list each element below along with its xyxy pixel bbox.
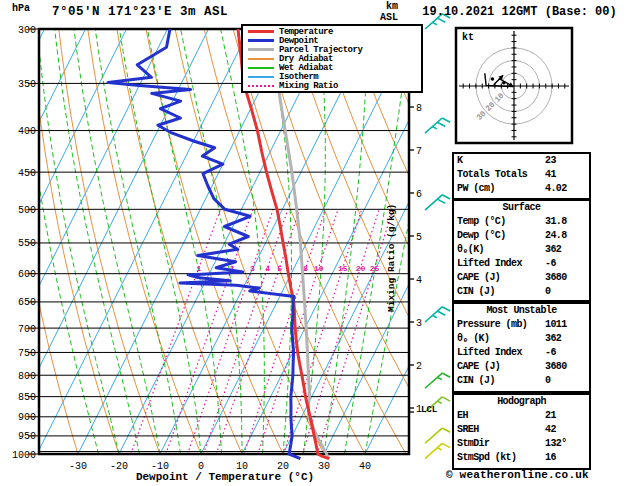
legend-label: Mixing Ratio <box>279 81 338 91</box>
svg-text:4: 4 <box>265 264 270 273</box>
svg-text:400: 400 <box>18 126 36 137</box>
stat-label: K <box>457 154 545 168</box>
svg-text:5: 5 <box>277 264 282 273</box>
stat-label: CAPE (J) <box>457 360 545 374</box>
stat-label: θₑ (K) <box>457 332 545 346</box>
stat-label: StmDir <box>457 437 545 451</box>
stat-row-k: K 23 <box>454 154 589 168</box>
copyright-footer: © weatheronline.co.uk <box>446 469 589 481</box>
stat-label: Temp (°C) <box>457 215 545 229</box>
wind-barb <box>425 118 450 133</box>
svg-text:1000: 1000 <box>12 450 36 461</box>
temp-axis-title: Dewpoint / Temperature (°C) <box>40 471 410 483</box>
station-title: 7°05'N 171°23'E 3m ASL <box>52 5 228 19</box>
pressure-unit-label: hPa <box>12 3 30 14</box>
isotherm-line-swatch <box>248 76 274 78</box>
legend-item-parcel: Parcel Trajectory <box>245 45 421 54</box>
stat-label: Dewp (°C) <box>457 229 545 243</box>
parcel-line-swatch <box>248 48 274 51</box>
svg-text:950: 950 <box>18 431 36 442</box>
svg-text:8: 8 <box>303 264 308 273</box>
sounding-traces <box>108 29 329 459</box>
svg-text:2: 2 <box>416 361 422 372</box>
svg-text:10: 10 <box>314 264 324 273</box>
dry-adiabat-line-swatch <box>248 58 274 60</box>
surface-panel-title: Surface <box>454 201 589 215</box>
stat-value: 0 <box>545 374 586 388</box>
hodograph-stats-panel: Hodograph EH21 SREH42 StmDir132° StmSpd … <box>452 393 591 470</box>
svg-text:500: 500 <box>18 205 36 216</box>
stat-value: 0 <box>545 285 586 299</box>
stat-value: 362 <box>545 332 586 346</box>
svg-text:700: 700 <box>18 324 36 335</box>
wind-barb <box>425 443 450 458</box>
hodograph: 102030kt <box>456 28 572 143</box>
svg-text:750: 750 <box>18 348 36 359</box>
legend-item-temperature: Temperature <box>245 27 421 36</box>
stat-value: -6 <box>545 257 586 271</box>
dewpoint-line-swatch <box>248 39 274 42</box>
stat-label: Totals Totals <box>457 168 545 182</box>
svg-text:25: 25 <box>370 264 380 273</box>
svg-text:20: 20 <box>356 264 366 273</box>
svg-text:450: 450 <box>18 168 36 179</box>
stat-value: 16 <box>545 451 586 465</box>
altitude-unit-km: km <box>366 1 398 12</box>
svg-text:6: 6 <box>416 189 422 200</box>
svg-text:1: 1 <box>196 264 201 273</box>
stat-value: 132° <box>545 437 586 451</box>
wind-barb <box>425 195 450 210</box>
most-unstable-panel-title: Most Unstable <box>454 304 589 318</box>
stat-value: 21 <box>545 409 586 423</box>
svg-text:3: 3 <box>416 318 422 329</box>
stat-row-pw: PW (cm) 4.02 <box>454 182 589 196</box>
legend-item-dry-adiabat: Dry Adiabat <box>245 54 421 63</box>
datetime-title: 19.10.2021 12GMT (Base: 00) <box>410 5 629 19</box>
stat-label: Lifted Index <box>457 346 545 360</box>
surface-panel: Surface Temp (°C)31.8 Dewp (°C)24.8 θₑ(K… <box>452 199 591 302</box>
svg-text:600: 600 <box>18 269 36 280</box>
wind-barb-column <box>425 14 450 459</box>
stat-value: 23 <box>545 154 586 168</box>
stat-value: 4.02 <box>545 182 586 196</box>
stat-value: 3680 <box>545 360 586 374</box>
svg-text:4: 4 <box>416 275 422 286</box>
stat-value: 24.8 <box>545 229 586 243</box>
svg-text:300: 300 <box>18 25 36 36</box>
stat-value: 1011 <box>545 318 586 332</box>
svg-text:900: 900 <box>18 412 36 423</box>
legend-box: Temperature Dewpoint Parcel Trajectory D… <box>241 24 423 93</box>
stat-label: Pressure (mb) <box>457 318 545 332</box>
stat-label: CIN (J) <box>457 285 545 299</box>
svg-text:550: 550 <box>18 238 36 249</box>
altitude-unit-label: km ASL <box>366 1 398 23</box>
stat-label: EH <box>457 409 545 423</box>
svg-text:15: 15 <box>338 264 348 273</box>
stat-label: SREH <box>457 423 545 437</box>
svg-text:5: 5 <box>416 232 422 243</box>
stat-value: 41 <box>545 168 586 182</box>
indices-panel: K 23 Totals Totals 41 PW (cm) 4.02 <box>452 152 591 200</box>
stat-value: 3680 <box>545 271 586 285</box>
stat-label: θₑ(K) <box>457 243 545 257</box>
svg-text:800: 800 <box>18 371 36 382</box>
stat-label: CIN (J) <box>457 374 545 388</box>
wind-barb <box>425 307 450 322</box>
svg-text:850: 850 <box>18 392 36 403</box>
stat-label: CAPE (J) <box>457 271 545 285</box>
stat-value: 42 <box>545 423 586 437</box>
stat-value: 31.8 <box>545 215 586 229</box>
hodograph-panel-title: Hodograph <box>454 395 589 409</box>
hodograph-unit-label: kt <box>462 32 474 43</box>
svg-text:650: 650 <box>18 297 36 308</box>
sounding-page: 3003504004505005506006507007508008509009… <box>0 0 629 486</box>
stat-label: Lifted Index <box>457 257 545 271</box>
parcel-trajectory-line <box>278 29 330 459</box>
stat-value: 362 <box>545 243 586 257</box>
svg-text:350: 350 <box>18 79 36 90</box>
svg-text:8: 8 <box>416 103 422 114</box>
mixing-ratio-line-swatch <box>248 85 274 87</box>
wind-barb <box>425 428 450 443</box>
stat-label: PW (cm) <box>457 182 545 196</box>
most-unstable-panel: Most Unstable Pressure (mb)1011 θₑ (K)36… <box>452 302 591 393</box>
